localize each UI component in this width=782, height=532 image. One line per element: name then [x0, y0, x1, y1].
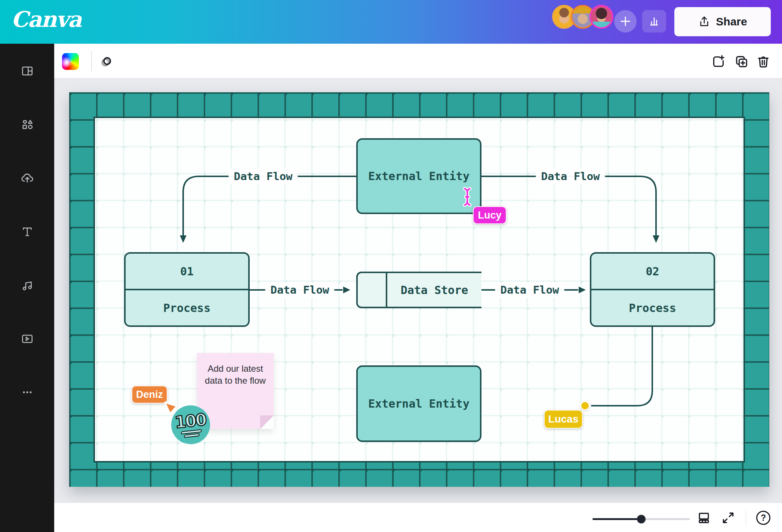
node-label: External Entity: [368, 397, 469, 410]
text-icon: [21, 225, 34, 238]
avatar[interactable]: [589, 5, 613, 29]
help-button[interactable]: ?: [756, 511, 770, 525]
object-panel-rail: [0, 44, 54, 532]
add-page-icon: [711, 54, 726, 69]
expand-arrows-icon: [721, 511, 735, 525]
node-process-01[interactable]: 01 Process: [124, 252, 250, 327]
sidebar-item-elements[interactable]: [17, 114, 38, 135]
ellipsis-icon: [21, 386, 34, 399]
collaborator-label-lucas: Lucas: [544, 410, 583, 429]
pages-grid-icon: [697, 511, 711, 525]
footer-divider: [746, 510, 746, 525]
top-bar: Canva Share: [0, 0, 782, 44]
sidebar-item-text[interactable]: [17, 221, 38, 242]
collaborator-label-lucy: Lucy: [473, 206, 507, 224]
process-label: Process: [591, 289, 714, 325]
share-button[interactable]: Share: [674, 7, 771, 36]
sidebar-item-more[interactable]: [17, 382, 38, 403]
editor-toolbar: [54, 44, 782, 78]
elements-shapes-icon: [21, 118, 34, 131]
zoom-slider[interactable]: [592, 513, 690, 525]
design-panels-icon: [21, 64, 34, 78]
process-number: 01: [126, 254, 248, 289]
node-external-entity-bottom[interactable]: External Entity: [356, 365, 481, 442]
share-icon: [698, 15, 711, 28]
sidebar-item-video[interactable]: [17, 328, 38, 349]
animate-button[interactable]: [96, 52, 116, 71]
lucas-cursor-dot: [580, 401, 590, 411]
zoom-slider-thumb[interactable]: [637, 515, 646, 523]
collaborator-name: Lucas: [548, 413, 579, 425]
node-process-02[interactable]: 02 Process: [590, 252, 715, 327]
data-flow-label[interactable]: Data Flow: [228, 168, 298, 184]
toolbar-divider: [91, 51, 92, 71]
share-label: Share: [716, 15, 747, 28]
trash-icon: [756, 54, 771, 69]
data-flow-label[interactable]: Data Flow: [265, 282, 334, 298]
sidebar-item-audio[interactable]: [17, 275, 38, 296]
duplicate-page-icon: [734, 54, 749, 69]
whiteboard-page[interactable]: Data Flow Data Flow Data Flow Data Flow …: [69, 92, 769, 487]
lucy-text-cursor-icon: [461, 186, 474, 208]
bottom-bar: ?: [54, 502, 782, 532]
delete-page-button[interactable]: [754, 52, 773, 71]
background-color-picker[interactable]: [62, 53, 79, 70]
collaborator-label-deniz: Deniz: [132, 386, 167, 403]
duplicate-page-button[interactable]: [732, 52, 751, 71]
upload-cloud-icon: [20, 171, 34, 185]
question-mark-icon: ?: [761, 513, 766, 523]
motion-circle-icon: [99, 54, 114, 69]
video-play-icon: [21, 332, 34, 346]
add-collaborator-button[interactable]: [614, 10, 637, 33]
pages-view-button[interactable]: [696, 510, 712, 526]
sidebar-item-design[interactable]: [17, 61, 38, 81]
canvas-background: Data Flow Data Flow Data Flow Data Flow …: [54, 78, 782, 502]
sticky-note-text: Add our latest data to the flow: [197, 353, 274, 386]
node-label: External Entity: [368, 170, 469, 183]
process-number: 02: [591, 254, 714, 289]
node-data-store[interactable]: Data Store: [356, 272, 481, 308]
insights-button[interactable]: [642, 10, 666, 33]
add-page-button[interactable]: [709, 52, 728, 71]
bar-chart-icon: [648, 15, 661, 28]
data-store-cell: [358, 273, 387, 307]
canva-logo[interactable]: Canva: [11, 7, 81, 32]
node-label: Data Store: [387, 284, 481, 297]
deniz-cursor-icon: [163, 401, 180, 417]
data-flow-label[interactable]: Data Flow: [536, 168, 605, 184]
sidebar-item-uploads[interactable]: [17, 168, 38, 189]
fullscreen-button[interactable]: [720, 510, 736, 526]
plus-icon: [619, 15, 632, 28]
data-flow-label[interactable]: Data Flow: [495, 282, 564, 298]
zoom-slider-fill: [592, 518, 641, 520]
collaborator-name: Deniz: [136, 389, 163, 400]
process-label: Process: [126, 289, 248, 325]
music-note-icon: [21, 279, 34, 292]
collaborator-name: Lucy: [478, 210, 501, 221]
